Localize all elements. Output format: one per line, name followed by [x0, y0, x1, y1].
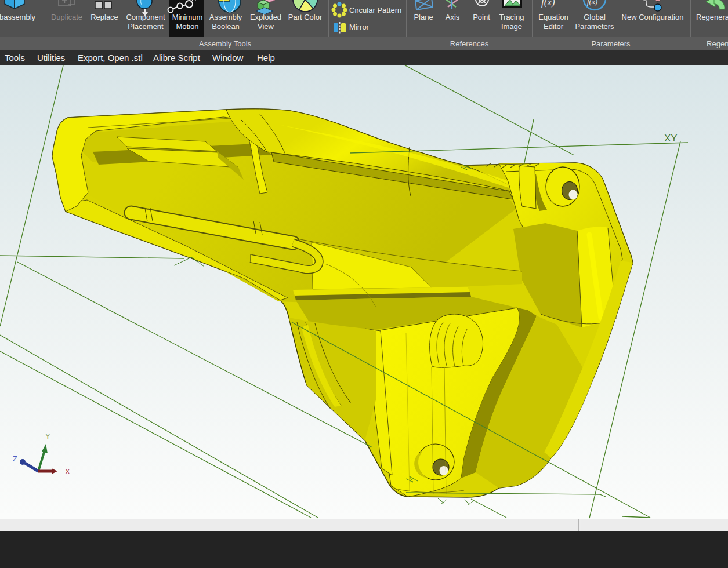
- svg-text:f(x): f(x): [587, 0, 597, 6]
- svg-text:X: X: [65, 467, 70, 476]
- svg-text:Y: Y: [45, 432, 50, 440]
- svg-text:XY: XY: [664, 133, 678, 144]
- svg-text:Z: Z: [13, 454, 17, 463]
- svg-text:f(x): f(x): [541, 0, 555, 8]
